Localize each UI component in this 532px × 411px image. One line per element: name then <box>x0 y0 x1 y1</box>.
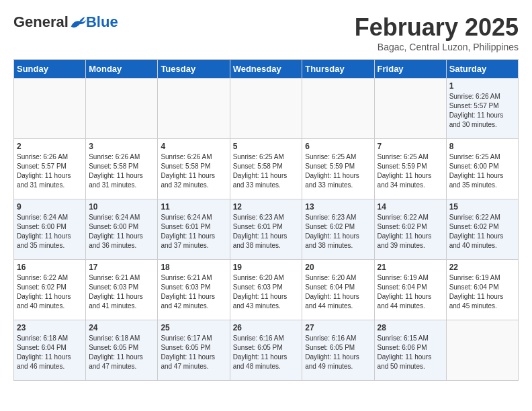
day-number: 22 <box>449 263 515 272</box>
day-info: Sunrise: 6:23 AM Sunset: 6:02 PM Dayligh… <box>305 213 371 250</box>
calendar-header-sunday: Sunday <box>14 60 86 79</box>
day-info: Sunrise: 6:20 AM Sunset: 6:04 PM Dayligh… <box>305 273 371 311</box>
calendar-day-cell: 2Sunrise: 6:26 AM Sunset: 5:57 PM Daylig… <box>14 139 86 199</box>
calendar-day-cell <box>302 79 374 139</box>
day-number: 16 <box>17 263 83 272</box>
day-number: 2 <box>17 142 83 151</box>
calendar-day-cell: 1Sunrise: 6:26 AM Sunset: 5:57 PM Daylig… <box>446 79 518 139</box>
day-info: Sunrise: 6:23 AM Sunset: 6:01 PM Dayligh… <box>233 213 300 250</box>
day-number: 25 <box>161 323 226 332</box>
day-number: 4 <box>161 142 226 151</box>
title-block: February 2025 Bagac, Central Luzon, Phil… <box>355 13 519 52</box>
calendar-day-cell <box>158 79 230 139</box>
calendar-day-cell: 13Sunrise: 6:23 AM Sunset: 6:02 PM Dayli… <box>302 199 374 260</box>
day-number: 9 <box>17 202 83 212</box>
calendar-day-cell: 27Sunrise: 6:16 AM Sunset: 6:05 PM Dayli… <box>302 320 374 381</box>
calendar-day-cell: 19Sunrise: 6:20 AM Sunset: 6:03 PM Dayli… <box>230 260 302 320</box>
day-number: 7 <box>378 142 443 151</box>
day-number: 14 <box>378 202 443 212</box>
day-number: 3 <box>89 142 154 151</box>
calendar-week-row: 2Sunrise: 6:26 AM Sunset: 5:57 PM Daylig… <box>14 139 519 199</box>
day-number: 5 <box>233 142 300 151</box>
day-number: 6 <box>305 142 371 151</box>
calendar-day-cell: 18Sunrise: 6:21 AM Sunset: 6:03 PM Dayli… <box>158 260 230 320</box>
day-info: Sunrise: 6:26 AM Sunset: 5:58 PM Dayligh… <box>89 152 154 190</box>
calendar-header-tuesday: Tuesday <box>158 60 230 79</box>
calendar-day-cell: 16Sunrise: 6:22 AM Sunset: 6:02 PM Dayli… <box>14 260 86 320</box>
calendar-day-cell: 7Sunrise: 6:25 AM Sunset: 5:59 PM Daylig… <box>374 139 446 199</box>
calendar-header-saturday: Saturday <box>446 60 518 79</box>
calendar-day-cell: 12Sunrise: 6:23 AM Sunset: 6:01 PM Dayli… <box>230 199 302 260</box>
day-info: Sunrise: 6:19 AM Sunset: 6:04 PM Dayligh… <box>378 273 443 311</box>
day-info: Sunrise: 6:25 AM Sunset: 5:59 PM Dayligh… <box>305 152 371 190</box>
day-number: 12 <box>233 202 300 212</box>
calendar-day-cell: 9Sunrise: 6:24 AM Sunset: 6:00 PM Daylig… <box>14 199 86 260</box>
day-info: Sunrise: 6:24 AM Sunset: 6:00 PM Dayligh… <box>89 213 154 250</box>
calendar-week-row: 23Sunrise: 6:18 AM Sunset: 6:04 PM Dayli… <box>14 320 519 381</box>
calendar-week-row: 1Sunrise: 6:26 AM Sunset: 5:57 PM Daylig… <box>14 79 519 139</box>
calendar-day-cell: 23Sunrise: 6:18 AM Sunset: 6:04 PM Dayli… <box>14 320 86 381</box>
day-info: Sunrise: 6:22 AM Sunset: 6:02 PM Dayligh… <box>378 213 443 250</box>
calendar-day-cell: 25Sunrise: 6:17 AM Sunset: 6:05 PM Dayli… <box>158 320 230 381</box>
day-info: Sunrise: 6:24 AM Sunset: 6:00 PM Dayligh… <box>17 213 83 250</box>
day-info: Sunrise: 6:18 AM Sunset: 6:05 PM Dayligh… <box>89 334 154 371</box>
calendar-day-cell: 15Sunrise: 6:22 AM Sunset: 6:02 PM Dayli… <box>446 199 518 260</box>
calendar-header: SundayMondayTuesdayWednesdayThursdayFrid… <box>14 60 519 79</box>
day-info: Sunrise: 6:24 AM Sunset: 6:01 PM Dayligh… <box>161 213 226 250</box>
day-info: Sunrise: 6:16 AM Sunset: 6:05 PM Dayligh… <box>305 334 371 371</box>
calendar-day-cell: 22Sunrise: 6:19 AM Sunset: 6:04 PM Dayli… <box>446 260 518 320</box>
day-info: Sunrise: 6:15 AM Sunset: 6:06 PM Dayligh… <box>378 334 443 371</box>
calendar-day-cell: 24Sunrise: 6:18 AM Sunset: 6:05 PM Dayli… <box>86 320 158 381</box>
logo-general-text: General <box>13 13 69 31</box>
calendar-body: 1Sunrise: 6:26 AM Sunset: 5:57 PM Daylig… <box>14 79 519 381</box>
calendar-header-friday: Friday <box>374 60 446 79</box>
day-number: 11 <box>161 202 226 212</box>
calendar-day-cell <box>14 79 86 139</box>
month-title: February 2025 <box>355 13 519 42</box>
calendar-header-wednesday: Wednesday <box>230 60 302 79</box>
logo-bird-icon <box>70 15 86 29</box>
day-info: Sunrise: 6:21 AM Sunset: 6:03 PM Dayligh… <box>89 273 154 311</box>
day-number: 15 <box>449 202 515 212</box>
day-number: 10 <box>89 202 154 212</box>
day-info: Sunrise: 6:26 AM Sunset: 5:58 PM Dayligh… <box>161 152 226 190</box>
calendar-day-cell: 6Sunrise: 6:25 AM Sunset: 5:59 PM Daylig… <box>302 139 374 199</box>
logo-blue-text: Blue <box>86 13 118 31</box>
day-info: Sunrise: 6:16 AM Sunset: 6:05 PM Dayligh… <box>233 334 300 371</box>
day-info: Sunrise: 6:26 AM Sunset: 5:57 PM Dayligh… <box>449 92 515 130</box>
calendar-day-cell <box>446 320 518 381</box>
calendar-day-cell: 20Sunrise: 6:20 AM Sunset: 6:04 PM Dayli… <box>302 260 374 320</box>
day-info: Sunrise: 6:26 AM Sunset: 5:57 PM Dayligh… <box>17 152 83 190</box>
day-number: 17 <box>89 263 154 272</box>
calendar-day-cell: 11Sunrise: 6:24 AM Sunset: 6:01 PM Dayli… <box>158 199 230 260</box>
day-number: 27 <box>305 323 371 332</box>
day-info: Sunrise: 6:25 AM Sunset: 5:58 PM Dayligh… <box>233 152 300 190</box>
page-header: General Blue February 2025 Bagac, Centra… <box>13 13 519 52</box>
day-number: 8 <box>449 142 515 151</box>
calendar-day-cell: 21Sunrise: 6:19 AM Sunset: 6:04 PM Dayli… <box>374 260 446 320</box>
location-subtitle: Bagac, Central Luzon, Philippines <box>355 42 519 52</box>
day-info: Sunrise: 6:19 AM Sunset: 6:04 PM Dayligh… <box>449 273 515 311</box>
calendar-header-thursday: Thursday <box>302 60 374 79</box>
calendar-day-cell: 17Sunrise: 6:21 AM Sunset: 6:03 PM Dayli… <box>86 260 158 320</box>
day-number: 28 <box>378 323 443 332</box>
calendar-week-row: 16Sunrise: 6:22 AM Sunset: 6:02 PM Dayli… <box>14 260 519 320</box>
calendar-day-cell: 10Sunrise: 6:24 AM Sunset: 6:00 PM Dayli… <box>86 199 158 260</box>
calendar-day-cell: 8Sunrise: 6:25 AM Sunset: 6:00 PM Daylig… <box>446 139 518 199</box>
day-number: 13 <box>305 202 371 212</box>
day-number: 26 <box>233 323 300 332</box>
day-number: 18 <box>161 263 226 272</box>
day-info: Sunrise: 6:17 AM Sunset: 6:05 PM Dayligh… <box>161 334 226 371</box>
day-info: Sunrise: 6:22 AM Sunset: 6:02 PM Dayligh… <box>449 213 515 250</box>
day-number: 23 <box>17 323 83 332</box>
day-info: Sunrise: 6:25 AM Sunset: 5:59 PM Dayligh… <box>378 152 443 190</box>
day-info: Sunrise: 6:22 AM Sunset: 6:02 PM Dayligh… <box>17 273 83 311</box>
day-number: 24 <box>89 323 154 332</box>
calendar-week-row: 9Sunrise: 6:24 AM Sunset: 6:00 PM Daylig… <box>14 199 519 260</box>
calendar-header-monday: Monday <box>86 60 158 79</box>
calendar-day-cell <box>374 79 446 139</box>
calendar-day-cell: 3Sunrise: 6:26 AM Sunset: 5:58 PM Daylig… <box>86 139 158 199</box>
day-number: 1 <box>449 81 515 91</box>
calendar-day-cell: 26Sunrise: 6:16 AM Sunset: 6:05 PM Dayli… <box>230 320 302 381</box>
calendar-day-cell: 14Sunrise: 6:22 AM Sunset: 6:02 PM Dayli… <box>374 199 446 260</box>
